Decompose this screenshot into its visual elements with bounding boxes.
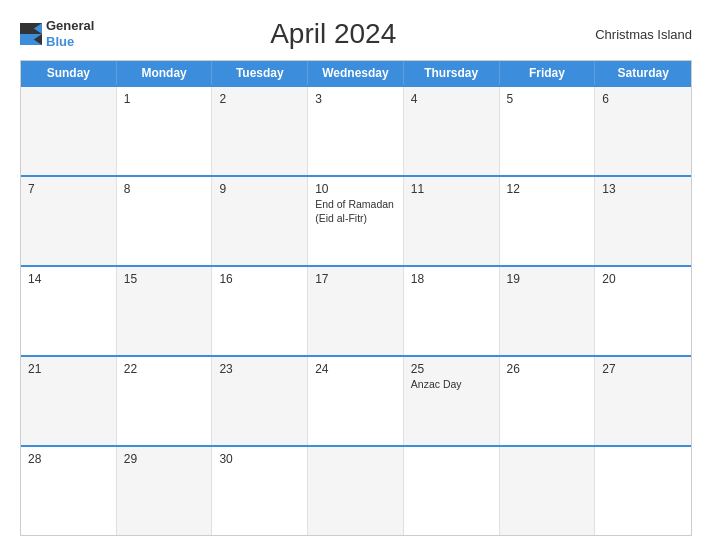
calendar-cell: 14: [21, 267, 117, 355]
day-number: 11: [411, 182, 492, 196]
calendar-cell: 7: [21, 177, 117, 265]
day-number: 15: [124, 272, 205, 286]
header-friday: Friday: [500, 61, 596, 85]
calendar-cell: 2: [212, 87, 308, 175]
day-number: 23: [219, 362, 300, 376]
week-row-2: 78910End of Ramadan (Eid al-Fitr)111213: [21, 175, 691, 265]
calendar-cell: 20: [595, 267, 691, 355]
calendar-cell: 1: [117, 87, 213, 175]
day-number: 20: [602, 272, 684, 286]
header-sunday: Sunday: [21, 61, 117, 85]
calendar-cell: 17: [308, 267, 404, 355]
page: General Blue April 2024 Christmas Island…: [0, 0, 712, 550]
day-number: 26: [507, 362, 588, 376]
calendar-cell: 27: [595, 357, 691, 445]
day-number: 5: [507, 92, 588, 106]
week-row-1: 123456: [21, 85, 691, 175]
day-number: 4: [411, 92, 492, 106]
day-number: 14: [28, 272, 109, 286]
day-number: 9: [219, 182, 300, 196]
calendar-cell: 19: [500, 267, 596, 355]
header: General Blue April 2024 Christmas Island: [20, 18, 692, 50]
calendar-cell: [500, 447, 596, 535]
day-number: 2: [219, 92, 300, 106]
calendar-header: Sunday Monday Tuesday Wednesday Thursday…: [21, 61, 691, 85]
calendar-cell: 15: [117, 267, 213, 355]
day-number: 12: [507, 182, 588, 196]
day-number: 3: [315, 92, 396, 106]
day-number: 21: [28, 362, 109, 376]
calendar-cell: 18: [404, 267, 500, 355]
calendar-cell: 30: [212, 447, 308, 535]
calendar-cell: 5: [500, 87, 596, 175]
day-number: 7: [28, 182, 109, 196]
calendar-cell: 12: [500, 177, 596, 265]
day-number: 22: [124, 362, 205, 376]
calendar-cell: 25Anzac Day: [404, 357, 500, 445]
day-number: 13: [602, 182, 684, 196]
calendar-title: April 2024: [94, 18, 572, 50]
calendar-cell: [595, 447, 691, 535]
header-monday: Monday: [117, 61, 213, 85]
calendar-cell: 9: [212, 177, 308, 265]
calendar-cell: [404, 447, 500, 535]
day-number: 6: [602, 92, 684, 106]
week-row-4: 2122232425Anzac Day2627: [21, 355, 691, 445]
calendar-cell: 13: [595, 177, 691, 265]
calendar-cell: 21: [21, 357, 117, 445]
day-number: 10: [315, 182, 396, 196]
header-saturday: Saturday: [595, 61, 691, 85]
calendar: Sunday Monday Tuesday Wednesday Thursday…: [20, 60, 692, 536]
logo: General Blue: [20, 19, 94, 48]
day-number: 24: [315, 362, 396, 376]
logo-general-text: General: [46, 19, 94, 33]
day-number: 1: [124, 92, 205, 106]
header-wednesday: Wednesday: [308, 61, 404, 85]
calendar-cell: 8: [117, 177, 213, 265]
day-number: 8: [124, 182, 205, 196]
calendar-cell: [308, 447, 404, 535]
day-number: 25: [411, 362, 492, 376]
day-number: 27: [602, 362, 684, 376]
calendar-cell: 16: [212, 267, 308, 355]
logo-blue-text: Blue: [46, 34, 94, 49]
week-row-5: 282930: [21, 445, 691, 535]
calendar-cell: 28: [21, 447, 117, 535]
day-number: 19: [507, 272, 588, 286]
day-number: 30: [219, 452, 300, 466]
calendar-cell: [21, 87, 117, 175]
general-blue-logo-icon: [20, 23, 42, 45]
header-tuesday: Tuesday: [212, 61, 308, 85]
calendar-cell: 22: [117, 357, 213, 445]
calendar-cell: 24: [308, 357, 404, 445]
calendar-cell: 26: [500, 357, 596, 445]
day-number: 17: [315, 272, 396, 286]
day-number: 28: [28, 452, 109, 466]
calendar-body: 12345678910End of Ramadan (Eid al-Fitr)1…: [21, 85, 691, 535]
calendar-event: End of Ramadan (Eid al-Fitr): [315, 198, 396, 225]
week-row-3: 14151617181920: [21, 265, 691, 355]
calendar-cell: 10End of Ramadan (Eid al-Fitr): [308, 177, 404, 265]
calendar-cell: 6: [595, 87, 691, 175]
day-number: 29: [124, 452, 205, 466]
header-thursday: Thursday: [404, 61, 500, 85]
calendar-cell: 3: [308, 87, 404, 175]
region-label: Christmas Island: [572, 27, 692, 42]
calendar-cell: 11: [404, 177, 500, 265]
calendar-cell: 23: [212, 357, 308, 445]
day-number: 18: [411, 272, 492, 286]
calendar-event: Anzac Day: [411, 378, 492, 392]
calendar-cell: 4: [404, 87, 500, 175]
calendar-cell: 29: [117, 447, 213, 535]
day-number: 16: [219, 272, 300, 286]
